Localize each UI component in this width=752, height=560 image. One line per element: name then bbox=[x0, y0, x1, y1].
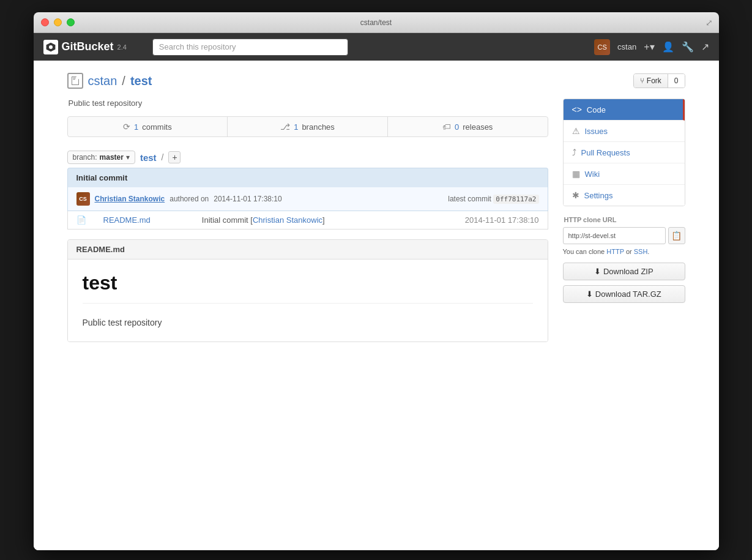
avatar[interactable]: CS bbox=[594, 39, 610, 55]
branches-count[interactable]: 1 bbox=[294, 122, 298, 132]
sidebar-label-wiki: Wiki bbox=[585, 170, 600, 179]
page-content: cstan / test ⑂ Fork 0 Public test reposi… bbox=[34, 61, 719, 550]
share-icon[interactable]: ↗ bbox=[701, 41, 709, 53]
app-window: cstan/test ⤢ GitBucket 2.4 CS cs bbox=[34, 12, 719, 550]
maximize-button[interactable] bbox=[67, 18, 75, 26]
branch-selector[interactable]: branch: master ▾ bbox=[67, 151, 135, 164]
clone-or-text: or bbox=[626, 248, 632, 255]
readme-header: README.md bbox=[68, 240, 548, 259]
sidebar-item-pull-requests[interactable]: ⤴ Pull Requests bbox=[564, 142, 685, 163]
commit-author-avatar: CS bbox=[76, 192, 90, 206]
resize-icon: ⤢ bbox=[705, 18, 713, 28]
download-targz-button[interactable]: ⬇ Download TAR.GZ bbox=[563, 285, 685, 303]
sidebar-item-code[interactable]: <> Code bbox=[564, 99, 685, 121]
titlebar: cstan/test ⤢ bbox=[34, 12, 719, 33]
repo-title: cstan / test bbox=[67, 73, 152, 89]
svg-rect-1 bbox=[72, 77, 76, 77]
settings-gear-icon: ✱ bbox=[572, 190, 579, 200]
brand-name: GitBucket bbox=[62, 40, 114, 53]
commit-author-link[interactable]: Christian Stankowic bbox=[95, 195, 165, 203]
branch-dropdown-icon: ▾ bbox=[126, 153, 130, 162]
commit-info-left: CS Christian Stankowic authored on 2014-… bbox=[76, 192, 282, 206]
svg-rect-3 bbox=[72, 84, 79, 85]
commit-authored-text: authored on bbox=[169, 195, 209, 203]
clone-url-row: 📋 bbox=[563, 227, 685, 244]
ssh-clone-link[interactable]: SSH bbox=[634, 248, 648, 255]
wiki-icon: ▦ bbox=[572, 169, 580, 179]
http-clone-link[interactable]: HTTP bbox=[606, 248, 624, 255]
search-input[interactable] bbox=[152, 39, 348, 56]
commit-date: 2014-11-01 17:38:10 bbox=[214, 195, 281, 203]
breadcrumb-separator: / bbox=[162, 152, 164, 162]
releases-icon: 🏷 bbox=[442, 122, 451, 132]
commit-hash: 0ff78117a2 bbox=[493, 195, 538, 204]
branch-label-text: branch: bbox=[73, 153, 97, 162]
download-zip-button[interactable]: ⬇ Download ZIP bbox=[563, 263, 685, 280]
stats-releases[interactable]: 🏷 0 releases bbox=[388, 117, 548, 136]
readme-content: test Public test repository bbox=[68, 259, 548, 342]
file-commit-message: Initial commit bbox=[202, 215, 248, 225]
navbar-right: CS cstan +▾ 👤 🔧 ↗ bbox=[594, 39, 709, 55]
fork-button[interactable]: ⑂ Fork bbox=[634, 74, 668, 88]
commit-hash-area: latest commit 0ff78117a2 bbox=[448, 195, 538, 203]
file-message-cell: Initial commit [Christian Stankowic] bbox=[193, 211, 408, 230]
file-date-cell: 2014-11-01 17:38:10 bbox=[408, 211, 548, 230]
app-body: GitBucket 2.4 CS cstan +▾ 👤 🔧 ↗ bbox=[34, 33, 719, 550]
navbar: GitBucket 2.4 CS cstan +▾ 👤 🔧 ↗ bbox=[34, 33, 719, 61]
window-controls bbox=[41, 18, 75, 26]
add-file-button[interactable]: + bbox=[168, 151, 181, 163]
sidebar-item-settings[interactable]: ✱ Settings bbox=[564, 185, 685, 206]
releases-label: releases bbox=[463, 122, 493, 132]
stats-branches[interactable]: ⎇ 1 branches bbox=[228, 117, 388, 136]
svg-point-0 bbox=[49, 45, 53, 49]
commits-count[interactable]: 1 bbox=[134, 122, 138, 132]
svg-rect-6 bbox=[73, 79, 75, 80]
file-type-icon: 📄 bbox=[67, 211, 95, 230]
readme-section: README.md test Public test repository bbox=[67, 239, 548, 342]
search-container bbox=[152, 39, 348, 56]
close-button[interactable] bbox=[41, 18, 49, 26]
brand-version: 2.4 bbox=[117, 43, 127, 51]
releases-count[interactable]: 0 bbox=[455, 122, 459, 132]
commits-label: commits bbox=[142, 122, 171, 132]
sidebar: <> Code ⚠ Issues ⤴ Pull Requests ▦ bbox=[563, 99, 685, 342]
sidebar-item-wiki[interactable]: ▦ Wiki bbox=[564, 163, 685, 185]
svg-rect-2 bbox=[72, 77, 72, 85]
file-commit-author-link[interactable]: Christian Stankowic bbox=[253, 215, 322, 225]
user-icon[interactable]: 👤 bbox=[662, 41, 674, 53]
file-link[interactable]: README.md bbox=[103, 215, 151, 225]
repo-name: test bbox=[130, 74, 152, 88]
minimize-button[interactable] bbox=[54, 18, 62, 26]
repo-description: Public test repository bbox=[67, 99, 548, 108]
brand-logo[interactable]: GitBucket 2.4 bbox=[43, 40, 127, 54]
repo-icon bbox=[67, 73, 83, 89]
main-content: Public test repository ⟳ 1 commits ⎇ 1 b… bbox=[67, 99, 548, 342]
issues-icon: ⚠ bbox=[572, 126, 580, 136]
fork-count: 0 bbox=[668, 74, 685, 88]
pull-requests-icon: ⤴ bbox=[572, 147, 576, 157]
readme-heading: test bbox=[83, 272, 533, 304]
latest-commit-label: latest commit bbox=[448, 195, 491, 203]
clone-url-note: You can clone HTTP or SSH. bbox=[563, 248, 685, 255]
stats-commits[interactable]: ⟳ 1 commits bbox=[68, 117, 228, 136]
file-name-cell: README.md bbox=[95, 211, 193, 230]
repo-owner-link[interactable]: cstan bbox=[88, 74, 117, 88]
branches-label: branches bbox=[302, 122, 334, 132]
settings-icon[interactable]: 🔧 bbox=[682, 41, 694, 53]
stats-bar: ⟳ 1 commits ⎇ 1 branches 🏷 0 releas bbox=[67, 116, 548, 137]
branches-icon: ⎇ bbox=[280, 122, 290, 132]
fork-button-group: ⑂ Fork 0 bbox=[633, 73, 685, 88]
breadcrumb-repo-link[interactable]: test bbox=[140, 152, 157, 163]
sidebar-nav: <> Code ⚠ Issues ⤴ Pull Requests ▦ bbox=[563, 99, 685, 206]
plus-icon[interactable]: +▾ bbox=[644, 41, 654, 53]
sidebar-item-issues[interactable]: ⚠ Issues bbox=[564, 121, 685, 142]
commits-icon: ⟳ bbox=[123, 122, 130, 132]
readme-body: Public test repository bbox=[83, 316, 533, 329]
commit-header: Initial commit bbox=[67, 168, 548, 187]
clone-url-copy-button[interactable]: 📋 bbox=[668, 227, 685, 244]
clone-url-input[interactable] bbox=[563, 227, 666, 244]
file-table: 📄 README.md Initial commit [Christian St… bbox=[67, 211, 548, 230]
sidebar-label-settings: Settings bbox=[584, 191, 613, 200]
gitbucket-logo-icon bbox=[43, 40, 58, 54]
svg-rect-5 bbox=[73, 78, 76, 78]
